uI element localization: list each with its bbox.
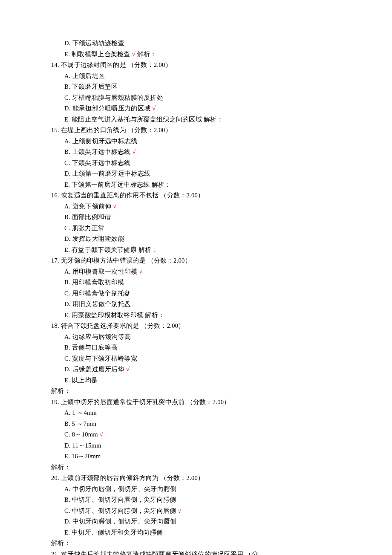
text-line: C. 8～10mm √	[51, 429, 358, 440]
check-icon: √	[139, 268, 143, 275]
text-run: 解析：	[51, 387, 71, 394]
check-icon: √	[126, 366, 130, 373]
text-line: B. 中切牙、侧切牙向唇侧，尖牙向腭侧	[51, 494, 358, 506]
text-line: 17. 无牙颌的印模方法中错误的是 （分数：2.00）	[51, 255, 358, 266]
text-run: A. 用印模膏取一次性印模	[64, 268, 139, 275]
text-run: D. 下颌运动轨迹检查	[64, 40, 124, 46]
text-run: D. 后缘盖过磨牙后垫	[64, 366, 126, 373]
text-line: C. 肌张力正常	[51, 223, 358, 234]
text-line: D. 下颌运动轨迹检查	[51, 38, 358, 49]
text-run: D. 中切牙向腭侧，侧切牙、尖牙向唇侧	[64, 518, 176, 525]
text-line: D. 中切牙向腭侧，侧切牙、尖牙向唇侧	[51, 516, 358, 527]
text-line: B. 舌侧与口底等高	[51, 342, 358, 353]
check-icon: √	[100, 431, 103, 438]
text-run: B. 面部比例和谐	[64, 214, 111, 220]
text-run: D. 11～15mm	[64, 442, 101, 449]
text-line: 18. 符合下颌托盘选择要求的是 （分数：2.00）	[51, 321, 358, 332]
document-page: D. 下颌运动轨迹检查E. 制取模型上合架检查 √ 解析：14. 不属于边缘封闭…	[0, 0, 392, 555]
text-line: A. 避免下颌前伸 √	[51, 201, 358, 212]
text-line: 解析：	[51, 538, 358, 549]
text-run: A. 上颌侧切牙远中标志线	[64, 138, 138, 145]
text-run: A. 1 ～4mm	[64, 409, 97, 416]
text-line: 15. 在堤上画出的口角线为 （分数：2.00）	[51, 125, 358, 136]
text-run: B. 舌侧与口底等高	[64, 344, 118, 351]
text-run: A. 避免下颌前伸	[64, 203, 113, 210]
text-line: B. 上颌尖牙远中标志线 √	[51, 147, 358, 158]
text-line: E. 16～20mm	[51, 451, 358, 462]
text-run: 17. 无牙颌的印模方法中错误的是 （分数：2.00）	[51, 257, 191, 264]
text-run: A. 上颌后堤区	[64, 72, 105, 79]
text-line: A. 中切牙向唇侧，侧切牙、尖牙向腭侧	[51, 484, 358, 495]
text-line: 16. 恢复适当的垂直距离的作用不包括 （分数：2.00）	[51, 190, 358, 201]
text-line: C. 中切牙、侧切牙向腭侧，尖牙向唇侧 √	[51, 506, 358, 517]
text-line: B. 5 ～7mm	[51, 419, 358, 430]
text-run: 16. 恢复适当的垂直距离的作用不包括 （分数：2.00）	[51, 192, 204, 199]
text-run: E. 能阻止空气进入基托与所覆盖组织之间的区域 解析：	[64, 116, 223, 123]
text-run: E. 有益于颞下颌关节健康 解析：	[64, 246, 158, 253]
text-run: D. 能承担部分咀嚼压力的区域	[64, 105, 152, 112]
text-line: C. 下颌尖牙远中标志线	[51, 158, 358, 169]
text-run: C. 宽度与下颌牙槽嵴等宽	[64, 355, 137, 362]
text-run: B. 用印模膏取初印模	[64, 279, 124, 286]
text-line: A. 上颌侧切牙远中标志线	[51, 136, 358, 147]
check-icon: √	[152, 105, 156, 112]
text-run: 解析：	[51, 540, 71, 546]
text-run: E. 用藻酸盐印模材取终印模 解析：	[64, 312, 164, 318]
text-line: E. 制取模型上合架检查 √ 解析：	[51, 49, 358, 60]
text-run: C. 下颌尖牙远中标志线	[64, 159, 131, 166]
text-line: 14. 不属于边缘封闭区的是 （分数：2.00）	[51, 60, 358, 71]
text-run: 19. 上颌中切牙的唇面通常位于切牙乳突中点前 （分数：2.00）	[51, 399, 231, 405]
text-line: E. 用藻酸盐印模材取终印模 解析：	[51, 310, 358, 321]
text-run: 18. 符合下颌托盘选择要求的是 （分数：2.00）	[51, 322, 185, 329]
text-line: D. 用旧义齿做个别托盘	[51, 299, 358, 310]
text-run: 解析：	[135, 51, 157, 58]
text-line: B. 用印模膏取初印模	[51, 277, 358, 288]
text-line: B. 下颌磨牙后垫区	[51, 81, 358, 92]
text-line: D. 11～15mm	[51, 440, 358, 451]
text-run: A. 中切牙向唇侧，侧切牙、尖牙向腭侧	[64, 486, 176, 492]
text-run: E. 16～20mm	[64, 453, 101, 460]
text-run: C. 中切牙、侧切牙向腭侧，尖牙向唇侧	[64, 507, 178, 514]
text-line: E. 以上均是	[51, 375, 358, 386]
text-run: B. 5 ～7mm	[64, 420, 96, 427]
text-line: 21. 对牙缺失后长期未曾修复造成缺隙两侧牙倾斜移位的情况应采用 （分	[51, 549, 358, 555]
text-line: E. 能阻止空气进入基托与所覆盖组织之间的区域 解析：	[51, 114, 358, 125]
text-run: C. 8～10mm	[64, 431, 100, 438]
text-run: B. 下颌磨牙后垫区	[64, 83, 118, 90]
text-line: D. 发挥最大咀嚼效能	[51, 234, 358, 245]
text-run: A. 边缘应与唇颊沟等高	[64, 333, 131, 340]
text-line: A. 用印模膏取一次性印模 √	[51, 266, 358, 278]
text-line: A. 边缘应与唇颊沟等高	[51, 332, 358, 343]
text-run: 解析：	[51, 464, 71, 471]
text-line: 19. 上颌中切牙的唇面通常位于切牙乳突中点前 （分数：2.00）	[51, 397, 358, 408]
text-line: A. 上颌后堤区	[51, 71, 358, 82]
text-run: E. 制取模型上合架检查	[64, 51, 132, 58]
text-run: D. 上颌第一前磨牙远中标志线	[64, 170, 150, 177]
text-line: E. 下颌第一前磨牙远中标志线 解析：	[51, 179, 358, 191]
text-run: E. 中切牙、侧切牙和尖牙均向腭侧	[64, 529, 163, 536]
text-line: 20. 上颌前牙颈部的唇舌向倾斜方向为 （分数：2.00）	[51, 473, 358, 484]
text-line: 解析：	[51, 386, 358, 397]
text-run: 14. 不属于边缘封闭区的是 （分数：2.00）	[51, 61, 172, 68]
check-icon: √	[132, 148, 135, 155]
text-line: A. 1 ～4mm	[51, 408, 358, 419]
text-run: 15. 在堤上画出的口角线为 （分数：2.00）	[51, 127, 172, 133]
text-run: 21. 对牙缺失后长期未曾修复造成缺隙两侧牙倾斜移位的情况应采用 （分	[51, 551, 258, 555]
text-run: E. 下颌第一前磨牙远中标志线 解析：	[64, 181, 171, 188]
text-run: D. 发挥最大咀嚼效能	[64, 235, 124, 242]
text-run: C. 牙槽嵴粘膜与唇颊粘膜的反折处	[64, 94, 163, 101]
text-run: D. 用旧义齿做个别托盘	[64, 301, 131, 307]
text-line: C. 用印模膏做个别托盘	[51, 288, 358, 299]
text-line: 解析：	[51, 462, 358, 473]
text-line: E. 有益于颞下颌关节健康 解析：	[51, 245, 358, 256]
check-icon: √	[132, 51, 135, 58]
text-run: C. 用印模膏做个别托盘	[64, 290, 131, 297]
text-run: E. 以上均是	[64, 377, 98, 384]
text-run: C. 肌张力正常	[64, 225, 104, 231]
check-icon: √	[113, 203, 116, 210]
text-run: B. 上颌尖牙远中标志线	[64, 148, 132, 155]
text-line: C. 宽度与下颌牙槽嵴等宽	[51, 353, 358, 364]
text-run: 20. 上颌前牙颈部的唇舌向倾斜方向为 （分数：2.00）	[51, 474, 204, 481]
text-line: D. 上颌第一前磨牙远中标志线	[51, 168, 358, 179]
text-line: E. 中切牙、侧切牙和尖牙均向腭侧	[51, 527, 358, 538]
